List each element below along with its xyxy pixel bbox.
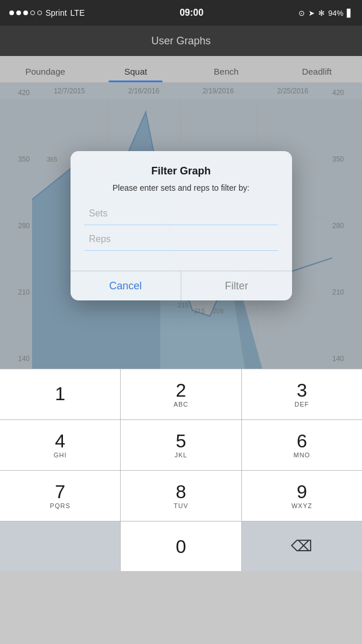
key-2-letters: ABC [174,401,189,408]
carrier-label: Sprint [45,8,67,18]
key-2-num: 2 [176,381,187,400]
key-8[interactable]: 8 TUV [121,471,241,521]
battery-icon: ▋ [347,9,353,18]
key-3-letters: DEF [294,401,309,408]
key-2[interactable]: 2 ABC [121,369,241,419]
keyboard: 1 2 ABC 3 DEF 4 GHI 5 JKL 6 MNO 7 PQRS [0,369,362,571]
status-bar: Sprint LTE 09:00 ⊙ ➤ ✻ 94% ▋ [0,0,362,26]
key-8-letters: TUV [174,502,188,509]
tab-bench[interactable]: Bench [181,66,272,82]
network-label: LTE [71,8,85,18]
key-0[interactable]: 0 [121,522,241,571]
lock-icon: ⊙ [298,9,305,18]
keyboard-row-2: 4 GHI 5 JKL 6 MNO [0,419,362,470]
delete-icon: ⌫ [291,537,312,555]
key-6-num: 6 [297,432,307,450]
key-6[interactable]: 6 MNO [242,420,362,470]
keyboard-row-bottom: 0 ⌫ [0,521,362,571]
dialog-buttons: Cancel Filter [71,271,292,300]
key-6-letters: MNO [293,452,310,459]
status-time: 09:00 [180,8,203,18]
key-empty-left [0,522,121,571]
battery-label: 94% [328,9,343,18]
filter-button[interactable]: Filter [181,271,292,300]
dialog-overlay: Filter Graph Please enter sets and reps … [0,83,362,369]
dot-2 [16,10,21,15]
location-icon: ➤ [308,9,315,18]
tab-squat[interactable]: Squat [90,66,181,82]
sets-input[interactable] [85,202,278,225]
reps-input[interactable] [85,228,278,251]
key-5-num: 5 [176,432,187,450]
key-7[interactable]: 7 PQRS [0,471,121,521]
key-3-num: 3 [297,381,307,400]
dialog-body: Filter Graph Please enter sets and reps … [71,151,292,261]
key-7-letters: PQRS [50,502,71,509]
cancel-button[interactable]: Cancel [71,271,181,300]
key-5[interactable]: 5 JKL [121,420,241,470]
key-3[interactable]: 3 DEF [242,369,362,419]
key-8-num: 8 [176,482,187,501]
tab-deadlift[interactable]: Deadlift [272,66,362,82]
dot-5 [37,10,42,15]
dialog-spacer [85,252,278,261]
bluetooth-icon: ✻ [318,9,325,18]
key-1-num: 1 [55,384,65,403]
status-right: ⊙ ➤ ✻ 94% ▋ [298,9,353,18]
key-9-num: 9 [297,482,307,501]
key-0-num: 0 [176,537,187,556]
dot-3 [23,10,28,15]
nav-bar: User Graphs [0,26,362,56]
dialog-title: Filter Graph [85,165,278,177]
key-9[interactable]: 9 WXYZ [242,471,362,521]
tab-bar: Poundage Squat Bench Deadlift [0,56,362,83]
status-left: Sprint LTE [9,8,85,18]
chart-area: 12/7/2015 2/16/2016 2/19/2016 2/25/2016 … [0,83,362,369]
key-9-letters: WXYZ [291,502,312,509]
dot-4 [30,10,35,15]
keyboard-row-3: 7 PQRS 8 TUV 9 WXYZ [0,470,362,521]
key-7-num: 7 [55,482,65,501]
filter-dialog: Filter Graph Please enter sets and reps … [71,151,292,300]
dot-1 [9,10,14,15]
dialog-message: Please enter sets and reps to filter by: [85,183,278,192]
delete-key[interactable]: ⌫ [242,522,362,571]
key-4[interactable]: 4 GHI [0,420,121,470]
key-5-letters: JKL [175,452,188,459]
signal-dots [9,10,42,15]
keyboard-row-1: 1 2 ABC 3 DEF [0,369,362,419]
key-1[interactable]: 1 [0,369,121,419]
tab-poundage[interactable]: Poundage [0,66,90,82]
key-4-num: 4 [55,432,65,450]
key-4-letters: GHI [54,452,67,459]
nav-title: User Graphs [151,35,210,47]
